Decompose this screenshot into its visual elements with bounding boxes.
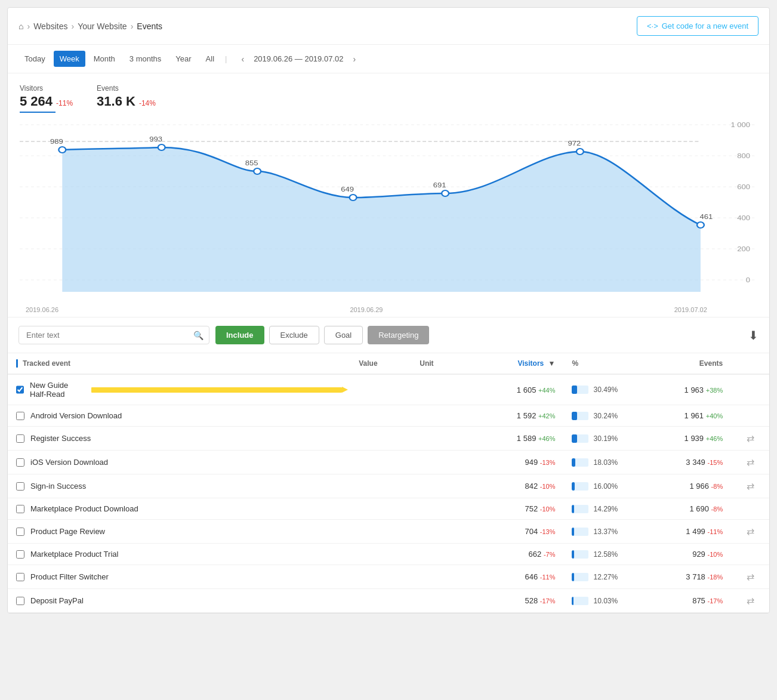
row-checkbox-2[interactable] <box>16 434 24 443</box>
col-header-events: Events <box>640 353 731 375</box>
event-name-cell: Product Page Review <box>8 520 350 544</box>
visitors-cell: 1 605 +44% <box>472 374 563 405</box>
value-cell <box>350 451 411 474</box>
events-cell: 1 961 +40% <box>640 405 731 427</box>
event-name-cell: Marketplace Product Download <box>8 498 350 520</box>
events-cell: 1 690 -8% <box>640 498 731 520</box>
action-cell <box>731 405 769 427</box>
filter-buttons: Include Exclude Goal Retargeting <box>215 326 429 344</box>
prev-date-button[interactable]: ‹ <box>236 52 249 66</box>
action-cell: ⇄ <box>731 427 769 451</box>
action-cell: ⇄ <box>731 520 769 544</box>
unit-cell <box>411 498 472 520</box>
action-icon[interactable]: ⇄ <box>747 596 754 606</box>
websites-link[interactable]: Websites <box>33 21 67 31</box>
unit-cell <box>411 589 472 613</box>
event-name-cell: Deposit PayPal <box>8 589 350 613</box>
action-icon[interactable]: ⇄ <box>747 457 754 467</box>
unit-cell <box>411 474 472 498</box>
visitors-cell: 1 592 +42% <box>472 405 563 427</box>
value-cell <box>350 498 411 520</box>
search-input[interactable] <box>18 326 209 344</box>
goal-button[interactable]: Goal <box>324 326 363 344</box>
events-cell: 1 966 -8% <box>640 474 731 498</box>
action-icon[interactable]: ⇄ <box>747 433 754 443</box>
include-button[interactable]: Include <box>215 326 264 344</box>
svg-point-10 <box>350 195 357 201</box>
action-icon[interactable]: ⇄ <box>747 526 754 536</box>
value-cell <box>350 565 411 589</box>
col-header-pct: % <box>563 353 640 375</box>
retargeting-button[interactable]: Retargeting <box>368 326 429 344</box>
event-name: Sign-in Success <box>30 482 86 491</box>
event-name: New Guide Half-Read <box>30 381 79 399</box>
x-label-3: 2019.07.02 <box>674 306 707 313</box>
action-cell: ⇄ <box>731 565 769 589</box>
pct-cell: 30.19% <box>563 427 640 451</box>
action-icon[interactable]: ⇄ <box>747 572 754 582</box>
breadcrumb: ⌂ › Websites › Your Website › Events <box>18 21 162 31</box>
download-cloud-icon[interactable]: ⬇ <box>748 328 758 343</box>
row-checkbox-0[interactable] <box>16 386 24 394</box>
visitors-underline <box>20 112 56 113</box>
table-row: New Guide Half-Read 1 605 +44% 30.49% 1 … <box>8 374 769 405</box>
tab-today[interactable]: Today <box>18 51 51 67</box>
svg-text:649: 649 <box>341 186 354 193</box>
home-icon[interactable]: ⌂ <box>18 21 23 31</box>
svg-point-11 <box>442 190 449 196</box>
row-checkbox-9[interactable] <box>16 597 24 605</box>
row-checkbox-6[interactable] <box>16 528 24 536</box>
event-name: Register Success <box>30 434 91 443</box>
exclude-button[interactable]: Exclude <box>269 326 319 344</box>
svg-text:800: 800 <box>737 152 750 160</box>
visitors-cell: 528 -17% <box>472 589 563 613</box>
svg-text:600: 600 <box>737 183 750 191</box>
event-name-cell: Marketplace Product Trial <box>8 544 350 565</box>
table-section: 🔍 Include Exclude Goal Retargeting ⬇ <box>8 317 769 613</box>
visitors-cell: 646 -11% <box>472 565 563 589</box>
events-value: 31.6 K <box>97 94 135 109</box>
row-checkbox-5[interactable] <box>16 505 24 513</box>
event-name: Android Version Download <box>30 411 122 420</box>
event-name-cell: Sign-in Success <box>8 474 350 498</box>
pct-cell: 30.49% <box>563 374 640 405</box>
svg-text:461: 461 <box>700 213 713 221</box>
next-date-button[interactable]: › <box>348 52 360 66</box>
action-icon[interactable]: ⇄ <box>747 481 754 491</box>
action-cell: ⇄ <box>731 474 769 498</box>
visitors-cell: 949 -13% <box>472 451 563 474</box>
get-code-label: Get code for a new event <box>662 21 748 30</box>
row-checkbox-3[interactable] <box>16 458 24 467</box>
tab-all[interactable]: All <box>200 51 220 67</box>
events-cell: 3 718 -18% <box>640 565 731 589</box>
website-link[interactable]: Your Website <box>78 21 127 31</box>
events-cell: 1 939 +46% <box>640 427 731 451</box>
event-name-cell: iOS Version Download <box>8 451 350 474</box>
svg-point-7 <box>58 147 66 153</box>
event-name: Marketplace Product Trial <box>30 550 118 559</box>
tab-month[interactable]: Month <box>88 51 121 67</box>
date-range-label: 2019.06.26 — 2019.07.02 <box>254 54 343 63</box>
tab-week[interactable]: Week <box>54 51 85 67</box>
get-code-button[interactable]: <·> Get code for a new event <box>637 16 758 36</box>
row-checkbox-7[interactable] <box>16 550 24 559</box>
row-checkbox-1[interactable] <box>16 412 24 420</box>
unit-cell <box>411 520 472 544</box>
tab-year[interactable]: Year <box>169 51 197 67</box>
row-checkbox-8[interactable] <box>16 573 24 581</box>
arrow-indicator <box>91 387 342 393</box>
visitors-cell: 842 -10% <box>472 474 563 498</box>
visitors-cell: 662 -7% <box>472 544 563 565</box>
pct-cell: 10.03% <box>563 589 640 613</box>
search-input-wrap: 🔍 <box>18 326 209 344</box>
value-cell <box>350 427 411 451</box>
col-header-visitors[interactable]: Visitors ▼ <box>472 353 563 375</box>
x-label-2: 2019.06.29 <box>350 306 383 313</box>
tab-3months[interactable]: 3 months <box>124 51 167 67</box>
visitors-cell: 752 -10% <box>472 498 563 520</box>
events-metric: Events 31.6 K -14% <box>97 84 156 113</box>
unit-cell <box>411 565 472 589</box>
pct-cell: 12.27% <box>563 565 640 589</box>
table-row: Marketplace Product Trial 662 -7% 12.58%… <box>8 544 769 565</box>
row-checkbox-4[interactable] <box>16 482 24 491</box>
